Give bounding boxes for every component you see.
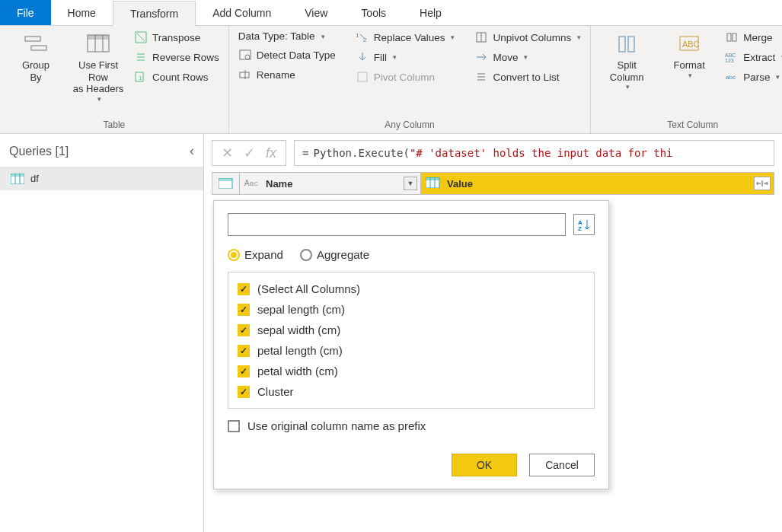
tab-home[interactable]: Home bbox=[51, 0, 113, 25]
col-label: petal length (cm) bbox=[257, 344, 343, 357]
tab-tools[interactable]: Tools bbox=[344, 0, 403, 25]
count-rows-label: Count Rows bbox=[152, 72, 209, 83]
reverse-rows-icon bbox=[134, 50, 148, 64]
accept-formula-icon[interactable]: ✓ bbox=[244, 145, 255, 161]
cancel-formula-icon[interactable]: ✕ bbox=[222, 145, 233, 161]
svg-text:Z: Z bbox=[578, 225, 582, 231]
pivot-column-label: Pivot Column bbox=[374, 72, 435, 83]
formula-open: ( bbox=[403, 147, 409, 159]
detect-data-type-button[interactable]: Detect Data Type bbox=[235, 46, 339, 63]
rename-icon bbox=[238, 68, 252, 81]
table-type-icon bbox=[426, 177, 442, 190]
fill-button[interactable]: Fill bbox=[353, 49, 458, 65]
index-column-header[interactable] bbox=[212, 173, 240, 194]
column-name-label: Name bbox=[266, 178, 292, 190]
rename-button[interactable]: Rename bbox=[235, 66, 339, 83]
formula-bar: ✕ ✓ fx = Python.Execute("# 'dataset' hol… bbox=[204, 134, 782, 172]
convert-to-list-button[interactable]: Convert to List bbox=[471, 68, 584, 85]
column-row[interactable]: ✓ sepal width (cm) bbox=[236, 320, 586, 340]
reverse-rows-button[interactable]: Reverse Rows bbox=[131, 49, 222, 65]
tab-view[interactable]: View bbox=[288, 0, 344, 25]
count-rows-button[interactable]: 1 Count Rows bbox=[131, 68, 222, 85]
cancel-button[interactable]: Cancel bbox=[529, 454, 595, 476]
column-header-name[interactable]: ABC Name ▼ bbox=[240, 173, 421, 194]
convert-to-list-icon bbox=[474, 70, 488, 84]
column-row[interactable]: ✓ sepal length (cm) bbox=[236, 299, 586, 320]
checkbox-unchecked-icon bbox=[228, 420, 240, 432]
tab-add-column[interactable]: Add Column bbox=[196, 0, 288, 25]
extract-icon: ABC123 bbox=[725, 50, 739, 64]
sort-az-button[interactable]: AZ bbox=[573, 214, 595, 235]
column-row[interactable]: ✓ Cluster bbox=[236, 381, 586, 402]
split-column-button[interactable]: Split Column bbox=[597, 29, 656, 94]
unpivot-columns-label: Unpivot Columns bbox=[493, 32, 571, 43]
queries-collapse-button[interactable]: ‹ bbox=[190, 143, 194, 159]
transpose-button[interactable]: Transpose bbox=[131, 29, 222, 46]
expand-columns-popup: AZ Expand Aggregate ✓ (Select All Column… bbox=[213, 200, 609, 489]
detect-data-type-icon bbox=[238, 48, 252, 62]
fill-label: Fill bbox=[374, 52, 387, 63]
move-icon bbox=[474, 50, 488, 64]
column-row[interactable]: ✓ petal width (cm) bbox=[236, 361, 586, 381]
move-label: Move bbox=[493, 52, 518, 63]
column-name-filter-button[interactable]: ▼ bbox=[404, 177, 417, 190]
expand-column-button[interactable] bbox=[754, 177, 771, 190]
svg-text:123: 123 bbox=[725, 58, 734, 62]
checkbox-checked-icon: ✓ bbox=[238, 304, 250, 316]
unpivot-columns-button[interactable]: Unpivot Columns bbox=[471, 29, 584, 46]
ribbon-group-any-column-label: Any Column bbox=[235, 116, 584, 133]
radio-icon bbox=[228, 249, 240, 261]
col-label: (Select All Columns) bbox=[257, 282, 360, 295]
column-row[interactable]: ✓ petal length (cm) bbox=[236, 340, 586, 361]
svg-text:A: A bbox=[244, 179, 250, 187]
svg-rect-23 bbox=[733, 33, 736, 41]
use-prefix-checkbox[interactable]: Use original column name as prefix bbox=[228, 419, 595, 432]
parse-icon: abc bbox=[725, 70, 739, 84]
column-header-value[interactable]: Value bbox=[421, 173, 774, 194]
formula-equals: = bbox=[302, 147, 308, 159]
column-search-input[interactable] bbox=[228, 213, 566, 236]
tab-transform[interactable]: Transform bbox=[113, 1, 196, 26]
pivot-column-button[interactable]: Pivot Column bbox=[353, 68, 458, 85]
svg-rect-15 bbox=[358, 72, 367, 81]
unpivot-columns-icon bbox=[474, 30, 488, 44]
svg-rect-0 bbox=[25, 37, 40, 41]
group-by-icon bbox=[24, 32, 48, 56]
expand-radio[interactable]: Expand bbox=[228, 248, 283, 261]
checkbox-checked-icon: ✓ bbox=[238, 386, 250, 398]
column-value-label: Value bbox=[447, 178, 473, 190]
move-button[interactable]: Move bbox=[471, 49, 584, 65]
data-type-button[interactable]: Data Type: Table bbox=[235, 29, 339, 43]
extract-button[interactable]: ABC123 Extract bbox=[722, 49, 782, 65]
replace-values-button[interactable]: 12 Replace Values bbox=[353, 29, 458, 46]
detect-data-type-label: Detect Data Type bbox=[257, 49, 336, 61]
first-row-headers-label: Use First Row as Headers bbox=[70, 59, 126, 95]
fx-icon[interactable]: fx bbox=[266, 145, 276, 161]
ok-button[interactable]: OK bbox=[452, 454, 517, 476]
first-row-headers-icon bbox=[86, 32, 110, 56]
expand-radio-label: Expand bbox=[244, 248, 283, 261]
replace-values-label: Replace Values bbox=[374, 32, 445, 43]
tab-help[interactable]: Help bbox=[403, 0, 458, 25]
select-all-columns-row[interactable]: ✓ (Select All Columns) bbox=[236, 279, 586, 299]
merge-columns-icon bbox=[725, 30, 739, 44]
formula-input[interactable]: = Python.Execute("# 'dataset' holds the … bbox=[294, 140, 774, 166]
merge-columns-button[interactable]: Merge bbox=[722, 29, 782, 46]
first-row-headers-button[interactable]: Use First Row as Headers bbox=[69, 29, 128, 107]
parse-button[interactable]: abc Parse bbox=[722, 68, 782, 85]
fill-icon bbox=[356, 50, 369, 64]
svg-text:C: C bbox=[254, 181, 258, 186]
col-label: sepal width (cm) bbox=[257, 323, 340, 336]
checkbox-checked-icon: ✓ bbox=[238, 324, 250, 336]
svg-rect-32 bbox=[219, 178, 232, 181]
svg-text:ABC: ABC bbox=[725, 53, 736, 58]
svg-text:1: 1 bbox=[356, 32, 359, 39]
svg-rect-11 bbox=[240, 72, 249, 78]
aggregate-radio[interactable]: Aggregate bbox=[300, 248, 369, 261]
format-button[interactable]: ABC Format bbox=[659, 29, 719, 82]
group-by-button[interactable]: Group By bbox=[6, 29, 65, 86]
split-column-icon bbox=[614, 32, 639, 56]
group-by-label: Group By bbox=[22, 59, 49, 83]
tab-file[interactable]: File bbox=[0, 0, 51, 25]
query-item-df[interactable]: df bbox=[0, 167, 203, 190]
